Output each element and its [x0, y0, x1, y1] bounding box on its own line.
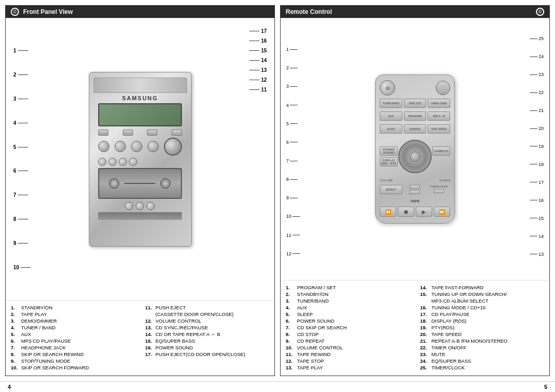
rlabel-2: 2 — [286, 65, 300, 70]
page-number-right: 5 — [544, 384, 547, 390]
rlabel-20: 20 — [530, 126, 544, 131]
label-8: 8 — [13, 216, 31, 222]
rlabel-22: 22 — [530, 90, 544, 95]
device-knob-3 — [131, 141, 142, 152]
device-btn-3 — [147, 129, 157, 136]
rlabel-19: 19 — [530, 144, 544, 149]
remote-legend-2: 2. STANDBY/ON — [286, 291, 410, 297]
remote-legend-16: 16. TUNING MODE / CD+10 — [420, 305, 545, 310]
remote-btn-powersound: POWER SOUND — [380, 146, 398, 156]
remote-legend-24: 24. EQ/SUPER BASS — [420, 358, 545, 364]
label-6: 6 — [13, 168, 31, 174]
remote-legend-5: 5. SLEEP — [286, 311, 410, 317]
stereo-system-device: SAMSUNG — [89, 72, 192, 247]
legend-col-1: 1. STANDBY/ON 2. TAPE PLAY 3. DEMO/DIMME… — [11, 305, 135, 371]
remote-game-cd-area: GAME/CD — [432, 146, 450, 166]
device-bottom-controls — [98, 202, 182, 210]
device-knob-volume — [164, 138, 182, 156]
remote-legend: 1. PROGRAM / SET 2. STANDBY/ON 3. TUNER/… — [281, 280, 549, 376]
remote-legend-23: 23. MUTE — [420, 351, 545, 357]
front-panel-legend: 1. STANDBY/ON 2. TAPE PLAY 3. DEMO/DIMME… — [6, 300, 274, 376]
rlabel-24: 24 — [530, 54, 544, 59]
legend-item-11: 11. PUSH EJECT — [145, 305, 270, 310]
rlabel-13r: 13 — [530, 252, 544, 257]
rlabel-14r: 14 — [530, 234, 544, 239]
remote-right-labels: 25 24 23 22 21 20 19 18 17 16 15 14 13 — [528, 22, 545, 276]
copyright-icon-left: © — [11, 8, 19, 16]
remote-tuning-btns — [404, 185, 427, 194]
label-4: 4 — [13, 120, 31, 126]
device-btn-round-3 — [146, 202, 155, 210]
device-small-knob-c — [119, 158, 127, 166]
remote-btn-tapespeed: TAPE SPEED — [428, 124, 450, 134]
device-btn-round-1 — [125, 202, 133, 210]
device-knob-4 — [147, 141, 159, 152]
footer: 4 5 — [0, 381, 555, 392]
remote-legend-6: 6. POWER SOUND — [286, 318, 410, 324]
rlabel-3: 3 — [286, 84, 300, 89]
page-number-left: 4 — [8, 384, 11, 390]
remote-btn-tuner: TUNER BAND — [380, 99, 402, 108]
remote-legend-21: 21. REPEAT A-B /FM MONO/STEREO — [420, 338, 545, 344]
rlabel-15r: 15 — [530, 216, 544, 221]
remote-btn-program: PROGRAM — [404, 111, 427, 121]
left-panel-title: Front Panel View — [23, 8, 72, 15]
remote-power-sound-area: POWER SOUND DISPLAY 4DS→PTY — [380, 146, 398, 166]
device-btn-round-2 — [136, 202, 144, 210]
tape-reel-right — [160, 178, 171, 189]
remote-album-label: ALBUM — [439, 179, 450, 182]
remote-left-labels: 1 2 3 4 5 6 7 8 9 10 11 12 — [285, 22, 302, 276]
device-small-knob-b — [108, 158, 117, 166]
remote-legend-7: 7. CD SKIP OR SEARCH — [286, 325, 410, 330]
device-btn-4 — [172, 129, 182, 136]
remote-btn-eqbass: EQ/BASS — [404, 124, 427, 134]
rlabel-9: 9 — [286, 195, 300, 200]
legend-col-2: 11. PUSH EJECT (CASSETTE DOOR OPEN/CLOSE… — [145, 305, 270, 371]
tape-reel-left — [109, 178, 119, 189]
rlabel-18: 18 — [530, 162, 544, 167]
remote-legend-25: 25. TIMER/CLOCK — [420, 365, 545, 370]
device-illustration: SAMSUNG — [36, 23, 244, 295]
right-panel-body: 1 2 3 4 5 6 7 8 9 10 11 12 ⏻ — [281, 18, 549, 280]
remote-legend-3: 3. TUNER/BAND — [286, 298, 410, 304]
remote-legend-4: 4. AUX — [286, 305, 410, 310]
device-tape-deck — [98, 168, 182, 199]
legend-item-16: 16. POWER SOUND — [145, 345, 270, 350]
remote-legend-11: 11. TAPE REWIND — [286, 351, 410, 357]
legend-columns: 1. STANDBY/ON 2. TAPE PLAY 3. DEMO/DIMME… — [11, 305, 269, 371]
legend-item-17: 17. PUSH EJECT(CD DOOR OPEN/CLOSE) — [145, 351, 270, 357]
rlabel-16r: 16 — [530, 198, 544, 203]
remote-btn-grid-1: TUNER BAND TAPE DUO TIMER OVER — [380, 99, 450, 108]
remote-legend-9: 9. CD REPEAT — [286, 338, 410, 344]
label-14: 14 — [249, 58, 267, 63]
legend-item-9: 9. STOP/TUNING MODE — [11, 358, 135, 364]
rlabel-6: 6 — [286, 140, 300, 145]
remote-illustration-area: ⏻ TUNER BAND TAPE DUO TIMER OVER AUX PRO… — [302, 22, 528, 276]
remote-nav-row: POWER SOUND DISPLAY 4DS→PTY GAME/CD — [380, 139, 450, 174]
right-panel: Remote Control © 1 2 3 4 5 6 7 8 9 10 11… — [280, 5, 550, 376]
device-indicator-strip — [98, 212, 182, 220]
legend-item-5: 5. AUX — [11, 331, 135, 337]
device-display-screen — [98, 103, 182, 126]
remote-empty-area — [432, 157, 450, 166]
rlabel-11: 11 — [286, 233, 300, 238]
remote-btn-rep-ab: REP A→B — [428, 111, 450, 121]
remote-btn-grid-2: AUX PROGRAM REP A→B — [380, 111, 450, 121]
rlabel-7: 7 — [286, 158, 300, 163]
legend-item-14: 14. CD OR TAPE REPEAT A ↔ B — [145, 331, 270, 337]
device-top-slot — [94, 78, 187, 93]
rlabel-17r: 17 — [530, 180, 544, 185]
legend-item-6: 6. MP3-CD PLAY/PAUSE — [11, 338, 135, 344]
remote-legend-col-2: 14. TAPE FAST-FORWARD 15. TUNING UP OR D… — [420, 285, 545, 371]
device-knobs-row — [98, 138, 182, 156]
remote-btn-display: DISPLAY 4DS→PTY — [380, 157, 398, 166]
label-1: 1 — [13, 48, 31, 53]
right-panel-title: Remote Control — [286, 8, 332, 15]
remote-btn-aux: AUX — [380, 111, 402, 121]
remote-btn-tapeduo: TAPE DUO — [404, 99, 427, 108]
legend-item-12: 12. VOLUME CONTROL — [145, 318, 270, 324]
copyright-icon-right: © — [536, 8, 544, 16]
device-controls-row-1 — [98, 129, 182, 136]
remote-legend-17: 17. CD PLAY/PAUSE — [420, 311, 545, 317]
remote-legend-13: 13. TAPE PLAY — [286, 365, 410, 370]
